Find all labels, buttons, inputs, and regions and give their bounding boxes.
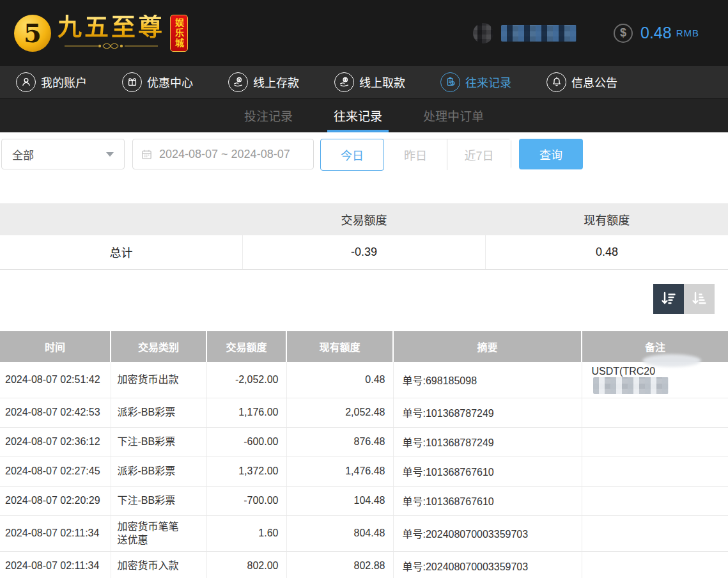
brand-name: 九五至尊 [58,15,165,40]
summary-table: 交易额度 现有额度 总计 -0.39 0.48 [0,203,728,270]
cell-category: 加密货币出款 [111,362,206,398]
cell-time: 2024-08-07 02:42:53 [0,398,111,427]
nav-item-announcements[interactable]: 信息公告 [546,72,617,92]
col-header-trade-amount: 交易额度 [206,331,286,362]
cell-remark [582,398,728,427]
cell-category: 派彩-BB彩票 [111,398,206,427]
bell-icon [546,72,566,92]
sort-asc-icon [690,290,708,308]
brand-logo[interactable]: 5 九五至尊 娱乐城 [14,15,188,52]
type-select[interactable]: 全部 [1,139,125,169]
cell-summary: 单号:101368787249 [393,398,582,427]
sort-descending-button[interactable] [653,284,684,314]
nav-label: 往来记录 [465,74,511,90]
cell-time: 2024-08-07 02:36:12 [0,427,111,457]
balance-currency: RMB [676,27,699,38]
sort-desc-icon [660,290,678,308]
cell-time: 2024-08-07 02:11:34 [0,551,111,578]
query-button[interactable]: 查询 [519,139,583,169]
cell-trade-amount: 1,176.00 [206,398,286,427]
cell-balance: 1,476.48 [286,457,393,486]
col-header-summary: 摘要 [393,331,582,362]
cell-category: 加密货币笔笔送优惠 [111,515,206,551]
flourish-icon [63,41,159,51]
nav-item-my-account[interactable]: 我的账户 [16,72,87,92]
balance-amount: 0.48 [640,24,672,42]
tab-transaction-records[interactable]: 往来记录 [331,98,385,132]
nav-item-withdraw[interactable]: 线上取款 [334,72,405,92]
tab-pending-orders[interactable]: 处理中订单 [421,98,486,132]
cell-trade-amount: -2,052.00 [206,362,286,398]
table-row: 2024-08-07 02:51:42 加密货币出款 -2,052.00 0.4… [0,362,728,398]
summary-header-balance: 现有额度 [485,203,728,235]
nav-label: 信息公告 [571,74,617,90]
table-row: 2024-08-07 02:36:12 下注-BB彩票 -600.00 876.… [0,427,728,457]
cell-time: 2024-08-07 02:20:29 [0,486,111,515]
cell-time: 2024-08-07 02:11:34 [0,515,111,551]
cell-category: 加密货币入款 [111,551,206,578]
table-row: 2024-08-07 02:11:34 加密货币笔笔送优惠 1.60 804.4… [0,515,728,551]
brand-mark-icon: 5 [14,15,51,52]
calendar-icon [141,148,153,160]
page: 5 九五至尊 娱乐城 $ 0.48 RMB [0,0,728,578]
cell-summary: 单号:101368787249 [393,427,582,457]
remark-text: USDT(TRC20 [592,366,656,377]
cell-category: 下注-BB彩票 [111,486,206,515]
nav-label: 我的账户 [41,74,87,90]
remark-redacted [593,377,669,394]
summary-balance-total: 0.48 [485,235,728,269]
sort-ascending-button[interactable] [684,284,715,314]
avatar[interactable] [473,23,493,43]
user-icon [16,72,36,92]
today-button[interactable]: 今日 [320,139,384,171]
table-row: 2024-08-07 02:42:53 派彩-BB彩票 1,176.00 2,0… [0,398,728,427]
record-subtabs: 投注记录 往来记录 处理中订单 [0,98,728,132]
balance-coin-icon: $ [614,24,633,43]
yesterday-button[interactable]: 昨日 [384,139,447,170]
quick-range-group: 今日 昨日 近7日 [320,139,511,169]
sort-controls [0,284,715,314]
date-range-input[interactable]: 2024-08-07 ~ 2024-08-07 [132,139,314,169]
cell-balance: 802.88 [286,551,393,578]
cell-trade-amount: 1,372.00 [206,457,286,486]
nav-item-transaction-records[interactable]: 往来记录 [440,72,511,92]
cell-summary: 单号:101368767610 [393,486,582,515]
withdraw-icon [334,72,354,92]
nav-label: 线上取款 [359,74,405,90]
username-redacted[interactable] [501,25,577,42]
deposit-icon [228,72,248,92]
cell-balance: 804.48 [286,515,393,551]
cell-summary: 单号:202408070003359703 [393,551,582,578]
cell-time: 2024-08-07 02:27:45 [0,457,111,486]
nav-label: 优惠中心 [147,74,193,90]
summary-row: 总计 -0.39 0.48 [0,235,728,269]
transactions-table: 时间 交易类别 交易额度 现有额度 摘要 备注 2024-08-07 02:51… [0,331,728,578]
cell-trade-amount: 1.60 [206,515,286,551]
top-header: 5 九五至尊 娱乐城 $ 0.48 RMB [0,0,728,66]
summary-total-label: 总计 [0,235,243,269]
cell-balance: 2,052.48 [286,398,393,427]
tab-bet-records[interactable]: 投注记录 [242,98,295,132]
cell-remark: USDT(TRC20 [582,362,728,398]
cell-category: 下注-BB彩票 [111,427,206,457]
nav-item-promotions[interactable]: 优惠中心 [122,72,193,92]
cell-balance: 104.48 [286,486,393,515]
remark-smudge [642,354,701,367]
type-select-value: 全部 [12,146,34,162]
cell-balance: 0.48 [286,362,393,398]
cell-remark [582,486,728,515]
table-row: 2024-08-07 02:27:45 派彩-BB彩票 1,372.00 1,4… [0,457,728,486]
col-header-category: 交易类别 [111,331,206,362]
cell-trade-amount: 802.00 [206,551,286,578]
chevron-down-icon [106,152,114,157]
table-header-row: 时间 交易类别 交易额度 现有额度 摘要 备注 [0,331,728,362]
table-row: 2024-08-07 02:20:29 下注-BB彩票 -700.00 104.… [0,486,728,515]
last7days-button[interactable]: 近7日 [447,139,511,170]
date-range-value: 2024-08-07 ~ 2024-08-07 [159,148,290,161]
cell-remark [582,515,728,551]
cell-trade-amount: -600.00 [206,427,286,457]
cell-remark [582,457,728,486]
nav-item-deposit[interactable]: 线上存款 [228,72,299,92]
summary-header-trade: 交易额度 [243,203,486,235]
cell-summary: 单号:101368767610 [393,457,582,486]
